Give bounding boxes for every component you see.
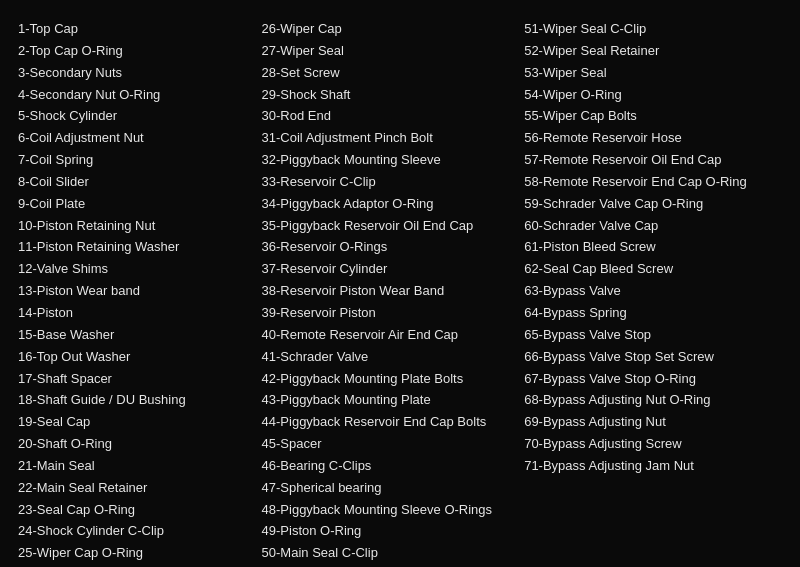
parts-list: 1-Top Cap2-Top Cap O-Ring3-Secondary Nut… (18, 20, 782, 563)
list-item: 41-Schrader Valve (262, 348, 515, 367)
list-item: 44-Piggyback Reservoir End Cap Bolts (262, 413, 515, 432)
list-item: 69-Bypass Adjusting Nut (524, 413, 772, 432)
list-item: 35-Piggyback Reservoir Oil End Cap (262, 217, 515, 236)
column-1: 1-Top Cap2-Top Cap O-Ring3-Secondary Nut… (18, 20, 262, 563)
list-item: 42-Piggyback Mounting Plate Bolts (262, 370, 515, 389)
list-item: 54-Wiper O-Ring (524, 86, 772, 105)
list-item: 36-Reservoir O-Rings (262, 238, 515, 257)
list-item: 6-Coil Adjustment Nut (18, 129, 252, 148)
list-item: 10-Piston Retaining Nut (18, 217, 252, 236)
list-item: 63-Bypass Valve (524, 282, 772, 301)
list-item: 11-Piston Retaining Washer (18, 238, 252, 257)
list-item: 66-Bypass Valve Stop Set Screw (524, 348, 772, 367)
list-item: 64-Bypass Spring (524, 304, 772, 323)
list-item: 22-Main Seal Retainer (18, 479, 252, 498)
list-item: 70-Bypass Adjusting Screw (524, 435, 772, 454)
list-item: 29-Shock Shaft (262, 86, 515, 105)
list-item: 2-Top Cap O-Ring (18, 42, 252, 61)
list-item: 48-Piggyback Mounting Sleeve O-Rings (262, 501, 515, 520)
list-item: 47-Spherical bearing (262, 479, 515, 498)
list-item: 23-Seal Cap O-Ring (18, 501, 252, 520)
list-item: 49-Piston O-Ring (262, 522, 515, 541)
list-item: 18-Shaft Guide / DU Bushing (18, 391, 252, 410)
list-item: 37-Reservoir Cylinder (262, 260, 515, 279)
list-item: 68-Bypass Adjusting Nut O-Ring (524, 391, 772, 410)
list-item: 1-Top Cap (18, 20, 252, 39)
list-item: 71-Bypass Adjusting Jam Nut (524, 457, 772, 476)
list-item: 24-Shock Cylinder C-Clip (18, 522, 252, 541)
list-item: 59-Schrader Valve Cap O-Ring (524, 195, 772, 214)
list-item: 51-Wiper Seal C-Clip (524, 20, 772, 39)
list-item: 14-Piston (18, 304, 252, 323)
list-item: 9-Coil Plate (18, 195, 252, 214)
list-item: 32-Piggyback Mounting Sleeve (262, 151, 515, 170)
list-item: 53-Wiper Seal (524, 64, 772, 83)
list-item: 31-Coil Adjustment Pinch Bolt (262, 129, 515, 148)
list-item: 17-Shaft Spacer (18, 370, 252, 389)
list-item: 30-Rod End (262, 107, 515, 126)
list-item: 4-Secondary Nut O-Ring (18, 86, 252, 105)
list-item: 5-Shock Cylinder (18, 107, 252, 126)
list-item: 39-Reservoir Piston (262, 304, 515, 323)
list-item: 21-Main Seal (18, 457, 252, 476)
list-item: 26-Wiper Cap (262, 20, 515, 39)
column-2: 26-Wiper Cap27-Wiper Seal28-Set Screw29-… (262, 20, 525, 563)
list-item: 43-Piggyback Mounting Plate (262, 391, 515, 410)
list-item: 67-Bypass Valve Stop O-Ring (524, 370, 772, 389)
list-item: 34-Piggyback Adaptor O-Ring (262, 195, 515, 214)
list-item: 28-Set Screw (262, 64, 515, 83)
list-item: 65-Bypass Valve Stop (524, 326, 772, 345)
list-item: 20-Shaft O-Ring (18, 435, 252, 454)
list-item: 62-Seal Cap Bleed Screw (524, 260, 772, 279)
list-item: 58-Remote Reservoir End Cap O-Ring (524, 173, 772, 192)
list-item: 52-Wiper Seal Retainer (524, 42, 772, 61)
list-item: 13-Piston Wear band (18, 282, 252, 301)
list-item: 7-Coil Spring (18, 151, 252, 170)
list-item: 60-Schrader Valve Cap (524, 217, 772, 236)
list-item: 8-Coil Slider (18, 173, 252, 192)
list-item: 33-Reservoir C-Clip (262, 173, 515, 192)
list-item: 50-Main Seal C-Clip (262, 544, 515, 563)
list-item: 3-Secondary Nuts (18, 64, 252, 83)
column-3: 51-Wiper Seal C-Clip52-Wiper Seal Retain… (524, 20, 782, 563)
list-item: 38-Reservoir Piston Wear Band (262, 282, 515, 301)
list-item: 61-Piston Bleed Screw (524, 238, 772, 257)
list-item: 25-Wiper Cap O-Ring (18, 544, 252, 563)
list-item: 12-Valve Shims (18, 260, 252, 279)
list-item: 19-Seal Cap (18, 413, 252, 432)
list-item: 56-Remote Reservoir Hose (524, 129, 772, 148)
list-item: 15-Base Washer (18, 326, 252, 345)
list-item: 46-Bearing C-Clips (262, 457, 515, 476)
list-item: 27-Wiper Seal (262, 42, 515, 61)
list-item: 45-Spacer (262, 435, 515, 454)
list-item: 55-Wiper Cap Bolts (524, 107, 772, 126)
list-item: 40-Remote Reservoir Air End Cap (262, 326, 515, 345)
list-item: 57-Remote Reservoir Oil End Cap (524, 151, 772, 170)
list-item: 16-Top Out Washer (18, 348, 252, 367)
